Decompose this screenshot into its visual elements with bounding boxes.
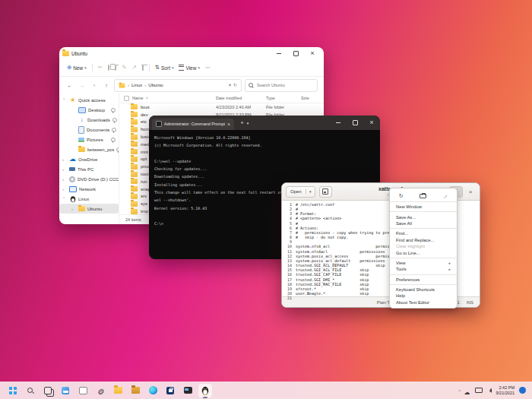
sidebar-item-desktop[interactable]: Desktop bbox=[59, 105, 119, 115]
menu-item-preferences[interactable]: Preferences bbox=[390, 277, 457, 283]
menu-item-help[interactable]: Help bbox=[390, 293, 457, 299]
print-icon[interactable] bbox=[415, 192, 432, 201]
sidebar-item-network[interactable]: ›Network bbox=[59, 184, 119, 194]
refresh-icon[interactable]: ↻ bbox=[233, 83, 237, 87]
delete-button[interactable] bbox=[142, 65, 144, 70]
close-button[interactable]: × bbox=[465, 188, 476, 195]
maximize-button[interactable] bbox=[347, 118, 363, 128]
forward-button[interactable]: → bbox=[78, 83, 87, 88]
close-button[interactable]: × bbox=[304, 48, 321, 59]
chevron-collapsed-icon[interactable]: › bbox=[62, 157, 67, 162]
edge-button[interactable] bbox=[146, 384, 160, 397]
sidebar-item-this-pc[interactable]: ›This PC bbox=[59, 164, 119, 174]
maximize-button[interactable] bbox=[287, 48, 304, 59]
sidebar-item-onedrive[interactable]: ›OneDrive bbox=[59, 154, 119, 164]
pin-icon bbox=[112, 118, 117, 122]
open-button[interactable]: Open ▾ bbox=[286, 186, 315, 198]
view-button[interactable]: View ▾ bbox=[179, 65, 200, 71]
notification-badge[interactable] bbox=[519, 387, 526, 394]
share-button[interactable]: ↗ bbox=[131, 65, 136, 71]
ubuntu-app-button[interactable] bbox=[198, 384, 212, 397]
search-input[interactable] bbox=[255, 82, 312, 88]
back-button[interactable]: ← bbox=[65, 83, 74, 88]
copy-button[interactable] bbox=[108, 65, 109, 70]
save-button[interactable] bbox=[319, 186, 332, 198]
rename-button[interactable]: ✎ bbox=[122, 65, 126, 71]
search-box[interactable] bbox=[245, 79, 318, 92]
terminal-button[interactable] bbox=[181, 384, 195, 397]
menu-item-keyboard-shortcuts[interactable]: Keyboard Shortcuts bbox=[390, 287, 457, 293]
minimize-button[interactable] bbox=[271, 48, 287, 59]
menu-item-go-to-line-[interactable]: Go to Line... bbox=[390, 249, 457, 255]
sidebar-item-documents[interactable]: Documents bbox=[59, 125, 119, 135]
penguin-icon bbox=[201, 386, 210, 395]
open-dropdown-icon[interactable]: ▾ bbox=[306, 189, 315, 194]
taskbar-clock[interactable]: 2:42 PM 9/21/2021 bbox=[496, 385, 515, 396]
column-date-modified[interactable]: Date modified bbox=[216, 96, 266, 100]
tab-close-icon[interactable]: × bbox=[227, 122, 230, 127]
folder-icon bbox=[131, 157, 138, 162]
paste-button[interactable] bbox=[115, 65, 116, 70]
close-button[interactable]: × bbox=[363, 118, 380, 128]
chevron-collapsed-icon[interactable]: › bbox=[62, 187, 67, 192]
column-size[interactable]: Size bbox=[301, 96, 324, 100]
select-all-checkbox[interactable] bbox=[124, 96, 129, 101]
settings-button[interactable] bbox=[93, 384, 107, 397]
menu-item-save-all[interactable]: Save All bbox=[390, 220, 457, 226]
chevron-collapsed-icon[interactable]: › bbox=[62, 177, 67, 182]
new-tab-button[interactable]: + bbox=[240, 119, 244, 126]
explorer-titlebar[interactable]: Ubuntu × bbox=[59, 47, 324, 59]
sidebar-item-dvd-drive-d-cccoma-x6[interactable]: ›DVD Drive (D:) CCCOMA_X6 bbox=[59, 174, 119, 184]
menu-item-view[interactable]: View▸ bbox=[390, 260, 457, 266]
up-button[interactable]: ↑ bbox=[102, 83, 111, 88]
chevron-expanded-icon[interactable]: › bbox=[62, 197, 67, 201]
breadcrumb[interactable]: › Linux › Ubuntu ▾ ↻ bbox=[114, 79, 242, 92]
task-view-button[interactable] bbox=[41, 384, 55, 397]
terminal-titlebar[interactable]: Administrator: Command Prompt × + ▾ × bbox=[149, 116, 380, 130]
terminal-tab[interactable]: Administrator: Command Prompt × bbox=[152, 119, 234, 130]
sidebar-item-ubuntu[interactable]: ›Ubuntu bbox=[59, 204, 119, 214]
minimize-button[interactable] bbox=[330, 118, 347, 128]
file-explorer-button[interactable] bbox=[111, 384, 125, 397]
fullscreen-icon[interactable] bbox=[437, 192, 454, 201]
breadcrumb-ubuntu[interactable]: Ubuntu bbox=[148, 83, 163, 87]
edge-icon bbox=[148, 386, 157, 395]
menu-item-about-text-editor[interactable]: About Text Editor bbox=[390, 299, 457, 306]
sidebar-item-quick-access[interactable]: ›Quick access bbox=[59, 95, 119, 105]
sidebar-item-downloads[interactable]: Downloads bbox=[59, 115, 119, 125]
widgets-button[interactable] bbox=[59, 384, 72, 397]
menu-item-find-[interactable]: Find... bbox=[390, 230, 457, 236]
table-row[interactable]: boot4/23/2020 2:40 AMFile folder bbox=[119, 103, 324, 111]
folder-app-button[interactable] bbox=[128, 384, 142, 397]
tray-expand-icon[interactable]: › bbox=[457, 390, 461, 391]
search-button[interactable] bbox=[24, 384, 37, 397]
column-name[interactable]: Name ˄ bbox=[132, 96, 216, 100]
menu-item-tools[interactable]: Tools▸ bbox=[390, 266, 457, 272]
cut-button[interactable]: ✂ bbox=[98, 65, 103, 71]
sort-button[interactable]: Sort ▾ bbox=[155, 65, 174, 71]
breadcrumb-linux[interactable]: Linux bbox=[131, 83, 142, 87]
chevron-expanded-icon[interactable]: › bbox=[62, 98, 67, 103]
menu-item-save-as-[interactable]: Save As... bbox=[390, 214, 457, 220]
chevron-collapsed-icon[interactable]: › bbox=[62, 167, 67, 172]
recent-locations-button[interactable]: ▾ bbox=[90, 83, 99, 87]
column-type[interactable]: Type bbox=[266, 96, 301, 100]
chevron-collapsed-icon[interactable]: › bbox=[71, 207, 76, 211]
store-button[interactable] bbox=[163, 384, 177, 397]
new-button[interactable]: New ▾ bbox=[67, 65, 87, 71]
more-options-button[interactable]: ⋯ bbox=[205, 65, 211, 71]
menu-item-new-window[interactable]: New Window bbox=[390, 204, 457, 210]
onedrive-icon[interactable] bbox=[464, 384, 470, 397]
volume-icon[interactable] bbox=[487, 388, 492, 393]
start-button[interactable] bbox=[6, 384, 20, 397]
network-icon[interactable] bbox=[475, 388, 483, 394]
menu-item-find-and-replace-[interactable]: Find and Replace... bbox=[390, 237, 457, 243]
sidebar-item-linux[interactable]: ›Linux bbox=[59, 194, 119, 204]
sidebar-item-between-pcs[interactable]: between_pcs bbox=[59, 144, 119, 154]
sidebar-item-pictures[interactable]: Pictures bbox=[59, 135, 119, 144]
reload-icon[interactable]: ↻ bbox=[393, 192, 410, 201]
menu-separator bbox=[390, 274, 457, 275]
chat-button[interactable] bbox=[76, 384, 90, 397]
address-dropdown-icon[interactable]: ▾ bbox=[229, 83, 231, 87]
tab-dropdown-icon[interactable]: ▾ bbox=[247, 121, 249, 125]
